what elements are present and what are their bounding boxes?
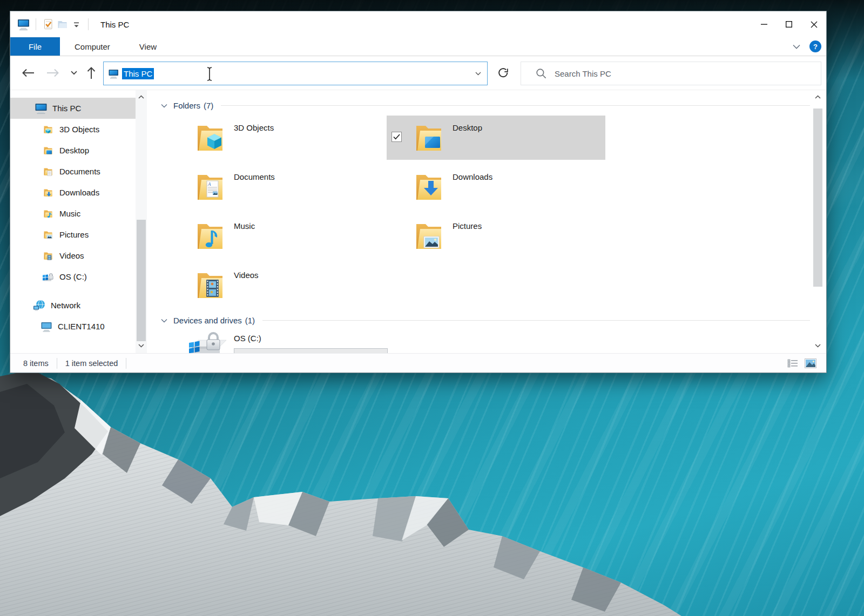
address-dropdown-chevron-icon[interactable] — [469, 62, 487, 85]
back-button[interactable] — [18, 63, 38, 83]
tile-os-c-drive[interactable]: OS (C:) — [168, 328, 387, 353]
sidebar-item-3d-objects[interactable]: 3D Objects — [10, 119, 147, 140]
forward-button[interactable] — [43, 63, 63, 83]
group-header-devices[interactable]: Devices and drives (1) — [147, 307, 826, 325]
sidebar-item-documents[interactable]: Documents — [10, 161, 147, 182]
group-rule — [262, 320, 810, 321]
drive-capacity-bar — [234, 348, 388, 353]
folder-pictures-icon — [411, 219, 446, 253]
network-icon — [32, 300, 46, 312]
wallpaper-mountain — [0, 362, 864, 616]
tile-3d-objects[interactable]: 3D Objects — [168, 116, 387, 160]
window-title: This PC — [100, 20, 129, 29]
tile-pictures[interactable]: Pictures — [387, 214, 605, 258]
navigation-bar: This PC — [10, 56, 826, 90]
os-drive-icon — [41, 272, 55, 282]
sidebar-item-network[interactable]: Network — [10, 295, 147, 316]
scrollbar-thumb[interactable] — [813, 109, 822, 287]
tab-computer[interactable]: Computer — [60, 37, 125, 56]
status-separator — [57, 358, 57, 369]
folder-3d-objects-icon — [41, 124, 55, 135]
folder-pictures-icon — [41, 229, 55, 240]
minimize-button[interactable] — [752, 11, 777, 37]
qat-customize-dropdown[interactable] — [69, 16, 83, 32]
desktop-wallpaper: This PC File Computer View — [0, 0, 864, 616]
scroll-up-icon[interactable] — [136, 92, 147, 102]
refresh-button[interactable] — [489, 62, 517, 85]
tab-file[interactable]: File — [10, 37, 60, 56]
tile-videos[interactable]: Videos — [168, 263, 387, 307]
tile-music[interactable]: Music — [168, 214, 387, 258]
search-box[interactable] — [521, 62, 821, 85]
folder-desktop-icon — [411, 120, 446, 155]
folder-downloads-icon — [41, 187, 55, 198]
scroll-down-icon[interactable] — [812, 341, 824, 351]
address-location-icon — [108, 69, 119, 79]
sidebar-item-client1410[interactable]: CLIENT1410 — [10, 316, 147, 337]
help-button[interactable]: ? — [809, 40, 821, 52]
scrollbar-thumb[interactable] — [137, 220, 146, 341]
item-count: 8 items — [23, 359, 49, 368]
address-location-text: This PC — [122, 68, 154, 79]
folder-videos-icon — [41, 251, 55, 261]
ribbon-collapse-chevron-icon[interactable] — [789, 39, 804, 53]
content-scrollbar[interactable] — [812, 90, 824, 353]
this-pc-icon — [34, 103, 48, 114]
folder-music-icon — [193, 219, 227, 253]
chevron-down-icon — [161, 319, 170, 323]
search-icon — [536, 68, 546, 79]
tile-desktop[interactable]: Desktop — [387, 116, 605, 160]
svg-text:A: A — [207, 181, 211, 187]
sidebar-item-pictures[interactable]: Pictures — [10, 224, 147, 245]
tile-documents[interactable]: A Documents — [168, 165, 387, 209]
sidebar-item-downloads[interactable]: Downloads — [10, 182, 147, 203]
status-bar: 8 items 1 item selected — [10, 353, 826, 373]
qat-properties-button[interactable] — [41, 16, 55, 32]
ribbon-tab-bar: File Computer View ? — [10, 37, 826, 56]
folder-downloads-icon — [411, 170, 446, 204]
search-input[interactable] — [555, 69, 787, 78]
file-explorer-window: This PC File Computer View — [10, 11, 827, 373]
sidebar-item-videos[interactable]: Videos — [10, 245, 147, 266]
text-cursor-ibeam — [206, 66, 213, 82]
folder-documents-icon: A — [193, 170, 227, 204]
os-drive-lock-icon — [186, 328, 230, 353]
chevron-down-icon — [161, 104, 170, 108]
titlebar: This PC — [10, 11, 826, 37]
folder-desktop-icon — [41, 145, 55, 156]
maximize-button[interactable] — [777, 11, 801, 37]
folder-music-icon — [41, 208, 55, 219]
up-button[interactable] — [82, 63, 101, 83]
qat-new-folder-button[interactable] — [55, 16, 69, 32]
sidebar-item-desktop[interactable]: Desktop — [10, 140, 147, 161]
navigation-pane: This PC 3D Objects Desktop — [10, 90, 147, 353]
folder-videos-icon — [193, 268, 227, 302]
status-separator — [126, 358, 126, 369]
sidebar-item-os-c[interactable]: OS (C:) — [10, 266, 147, 287]
caption-buttons — [752, 11, 826, 37]
titlebar-separator — [88, 18, 89, 30]
group-header-folders[interactable]: Folders (7) — [147, 90, 826, 110]
close-button[interactable] — [801, 11, 826, 37]
file-list-pane: Folders (7) 3D Objects — [147, 90, 826, 353]
folder-3d-objects-icon — [193, 120, 227, 155]
scroll-down-icon[interactable] — [136, 341, 147, 351]
selection-count: 1 item selected — [65, 359, 118, 368]
recent-locations-chevron-icon[interactable] — [68, 63, 80, 83]
sidebar-item-this-pc[interactable]: This PC — [10, 98, 147, 119]
large-icons-view-button[interactable] — [804, 357, 817, 370]
tab-view[interactable]: View — [125, 37, 171, 56]
address-bar[interactable]: This PC — [103, 62, 488, 85]
sidebar-item-music[interactable]: Music — [10, 203, 147, 224]
explorer-window-icon — [17, 18, 31, 31]
folder-documents-icon — [41, 166, 55, 177]
sidebar-scrollbar[interactable] — [136, 90, 147, 353]
titlebar-separator — [36, 18, 36, 30]
scroll-up-icon[interactable] — [812, 92, 824, 102]
computer-icon — [39, 321, 53, 332]
desktop-checkbox[interactable] — [392, 132, 402, 142]
details-view-button[interactable] — [786, 357, 799, 370]
tile-downloads[interactable]: Downloads — [387, 165, 605, 209]
group-rule — [221, 105, 810, 106]
folder-tiles: 3D Objects Desktop A — [168, 116, 826, 307]
